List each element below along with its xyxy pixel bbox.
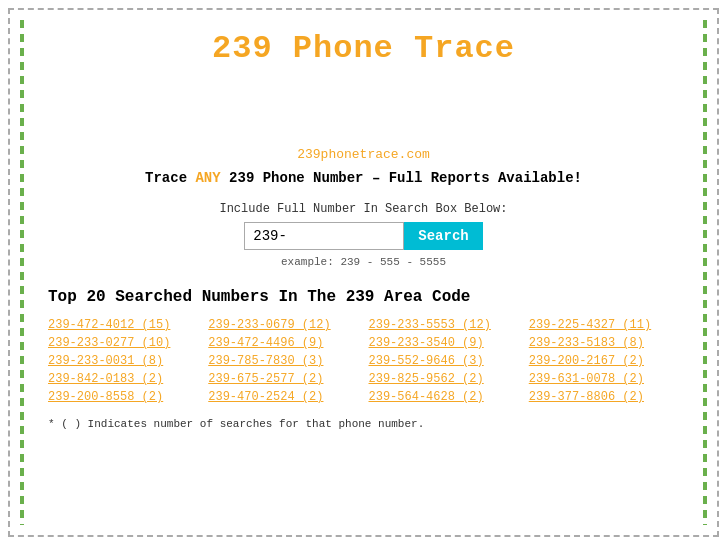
phone-link[interactable]: 239-233-3540 (9) [369, 336, 519, 350]
page-title: 239 Phone Trace [48, 30, 679, 67]
phone-link[interactable]: 239-785-7830 (3) [208, 354, 358, 368]
phone-link[interactable]: 239-233-0031 (8) [48, 354, 198, 368]
numbers-grid: 239-472-4012 (15)239-233-0679 (12)239-23… [48, 318, 679, 404]
main-content: 239 Phone Trace 239phonetrace.com Trace … [48, 20, 679, 430]
phone-link[interactable]: 239-233-5553 (12) [369, 318, 519, 332]
search-input[interactable] [244, 222, 404, 250]
tagline: Trace ANY 239 Phone Number – Full Report… [48, 170, 679, 186]
phone-link[interactable]: 239-233-5183 (8) [529, 336, 679, 350]
top-numbers-title: Top 20 Searched Numbers In The 239 Area … [48, 288, 679, 306]
footnote: * ( ) Indicates number of searches for t… [48, 418, 679, 430]
phone-link[interactable]: 239-564-4628 (2) [369, 390, 519, 404]
phone-link[interactable]: 239-233-0277 (10) [48, 336, 198, 350]
outer-border: 239 Phone Trace 239phonetrace.com Trace … [8, 8, 719, 537]
example-text: example: 239 - 555 - 5555 [48, 256, 679, 268]
phone-link[interactable]: 239-825-9562 (2) [369, 372, 519, 386]
tagline-suffix: 239 Phone Number – Full Reports Availabl… [221, 170, 582, 186]
phone-link[interactable]: 239-552-9646 (3) [369, 354, 519, 368]
phone-link[interactable]: 239-225-4327 (11) [529, 318, 679, 332]
phone-link[interactable]: 239-200-8558 (2) [48, 390, 198, 404]
phone-link[interactable]: 239-470-2524 (2) [208, 390, 358, 404]
tagline-prefix: Trace [145, 170, 195, 186]
phone-link[interactable]: 239-472-4496 (9) [208, 336, 358, 350]
phone-link[interactable]: 239-842-0183 (2) [48, 372, 198, 386]
phone-link[interactable]: 239-675-2577 (2) [208, 372, 358, 386]
tagline-any: ANY [195, 170, 220, 186]
search-button[interactable]: Search [404, 222, 482, 250]
phone-link[interactable]: 239-200-2167 (2) [529, 354, 679, 368]
phone-link[interactable]: 239-233-0679 (12) [208, 318, 358, 332]
green-border-right [703, 20, 707, 525]
search-label: Include Full Number In Search Box Below: [48, 202, 679, 216]
phone-link[interactable]: 239-377-8806 (2) [529, 390, 679, 404]
phone-link[interactable]: 239-472-4012 (15) [48, 318, 198, 332]
green-border-left [20, 20, 24, 525]
phone-link[interactable]: 239-631-0078 (2) [529, 372, 679, 386]
search-row: Search [48, 222, 679, 250]
site-url: 239phonetrace.com [48, 147, 679, 162]
